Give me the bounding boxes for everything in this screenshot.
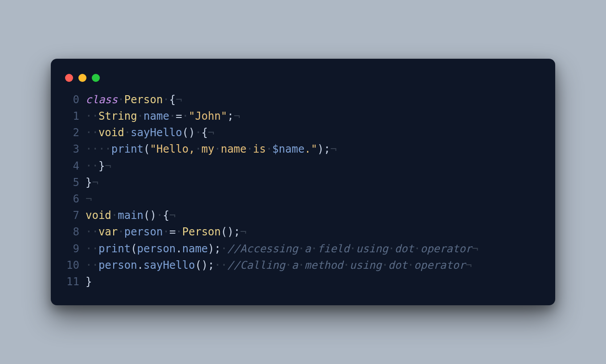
token-punc: } — [98, 160, 105, 172]
token-punc: { — [169, 93, 176, 106]
code-line[interactable]: 7void·main()·{¬ — [64, 207, 542, 224]
token-cmt: dot — [395, 243, 414, 255]
token-str: my — [201, 143, 214, 155]
line-content: ··print(person.name);·//Accessing·a·fiel… — [86, 241, 542, 257]
token-ws: · — [169, 110, 176, 122]
token-str: name — [221, 143, 246, 155]
close-dot[interactable] — [65, 74, 73, 82]
code-line[interactable]: 8··var·person·=·Person();¬ — [64, 224, 542, 240]
token-ident: name — [182, 243, 208, 255]
token-type: void — [86, 209, 111, 222]
zoom-dot[interactable] — [92, 74, 100, 82]
line-number: 11 — [64, 274, 86, 290]
token-punc: ; — [227, 110, 233, 122]
code-line[interactable]: 11} — [64, 274, 542, 290]
code-line[interactable]: 9··print(person.name);·//Accessing·a·fie… — [64, 241, 542, 257]
token-ws: ¬ — [233, 110, 240, 122]
token-ws: · — [176, 226, 182, 238]
token-str: "John" — [188, 110, 227, 122]
token-type: var — [98, 226, 118, 238]
token-punc: { — [163, 209, 169, 222]
token-cmt: a — [304, 243, 311, 255]
line-number: 10 — [64, 257, 86, 274]
minimize-dot[interactable] — [78, 74, 86, 82]
token-ws: ·· — [86, 110, 98, 122]
token-punc: ); — [317, 143, 330, 155]
token-ws: · — [349, 243, 356, 255]
code-line[interactable]: 4··}¬ — [64, 158, 542, 174]
token-ws: · — [214, 143, 221, 155]
code-line[interactable]: 3····print("Hello,·my·name·is·$name.");¬ — [64, 141, 542, 158]
line-content: void·main()·{¬ — [86, 207, 542, 224]
token-punc: ( — [143, 143, 150, 155]
token-ident: name — [143, 110, 169, 122]
token-ws: · — [182, 110, 188, 122]
line-number: 9 — [64, 241, 86, 257]
token-fn: print — [98, 243, 131, 255]
code-line[interactable]: 6¬ — [64, 191, 542, 207]
window-titlebar — [64, 71, 542, 92]
token-ws: ¬ — [92, 176, 98, 189]
token-punc: (); — [221, 226, 240, 238]
token-ws: ·· — [86, 259, 98, 271]
token-op: = — [169, 226, 176, 238]
token-fn: print — [111, 143, 143, 155]
token-ws: · — [266, 143, 272, 155]
token-ws: · — [382, 259, 388, 271]
token-ws: · — [408, 259, 414, 271]
token-str: "Hello, — [150, 143, 195, 155]
code-line[interactable]: 10··person.sayHello();··//Calling·a·meth… — [64, 257, 542, 274]
line-number: 7 — [64, 207, 86, 224]
token-ws: · — [414, 243, 420, 255]
token-ws: · — [195, 126, 201, 139]
token-cmt: operator — [414, 259, 466, 271]
token-ident: person — [98, 259, 137, 271]
token-str: is — [253, 143, 266, 155]
token-type: String — [98, 110, 137, 122]
token-ws: · — [163, 93, 169, 106]
line-content: ··person.sayHello();··//Calling·a·method… — [86, 257, 542, 274]
token-ws: ¬ — [240, 226, 246, 238]
code-line[interactable]: 0class·Person·{¬ — [64, 92, 542, 108]
line-content: ··}¬ — [86, 158, 542, 174]
token-ident: person — [124, 226, 163, 238]
token-ws: · — [118, 226, 124, 238]
token-ws: · — [195, 143, 201, 155]
token-ws: ·· — [86, 226, 98, 238]
token-ws: · — [221, 243, 227, 255]
line-content: ¬ — [86, 191, 542, 207]
token-cmt: field — [317, 243, 349, 255]
token-ws: · — [246, 143, 253, 155]
token-fn: sayHello — [131, 126, 182, 139]
token-ws: ¬ — [86, 193, 92, 205]
token-punc: } — [86, 176, 92, 189]
token-ws: ·· — [86, 126, 98, 139]
line-content: ··String·name·=·"John";¬ — [86, 108, 542, 125]
token-ws: · — [118, 93, 124, 106]
line-content: ··var·person·=·Person();¬ — [86, 224, 542, 240]
token-kw: class — [86, 93, 118, 106]
token-punc: . — [137, 259, 143, 271]
token-ws: · — [285, 259, 291, 271]
token-cmt: using — [356, 243, 388, 255]
code-line[interactable]: 2··void·sayHello()·{¬ — [64, 125, 542, 141]
code-editor[interactable]: 0class·Person·{¬1··String·name·=·"John";… — [64, 92, 542, 290]
token-ws: ·· — [86, 243, 98, 255]
line-content: } — [86, 274, 542, 290]
token-ws: ¬ — [466, 259, 472, 271]
token-ws: · — [311, 243, 317, 255]
token-punc: } — [86, 275, 92, 288]
token-ident: person — [137, 243, 176, 255]
token-ws: · — [137, 110, 143, 122]
token-ws: ·· — [214, 259, 227, 271]
token-interp: $name — [272, 143, 304, 155]
code-line[interactable]: 5}¬ — [64, 174, 542, 191]
line-number: 6 — [64, 191, 86, 207]
code-line[interactable]: 1··String·name·=·"John";¬ — [64, 108, 542, 125]
token-ws: · — [124, 126, 131, 139]
line-number: 3 — [64, 141, 86, 158]
token-fn: sayHello — [143, 259, 195, 271]
token-type: void — [98, 126, 124, 139]
token-op: = — [176, 110, 182, 122]
token-punc: (); — [195, 259, 214, 271]
